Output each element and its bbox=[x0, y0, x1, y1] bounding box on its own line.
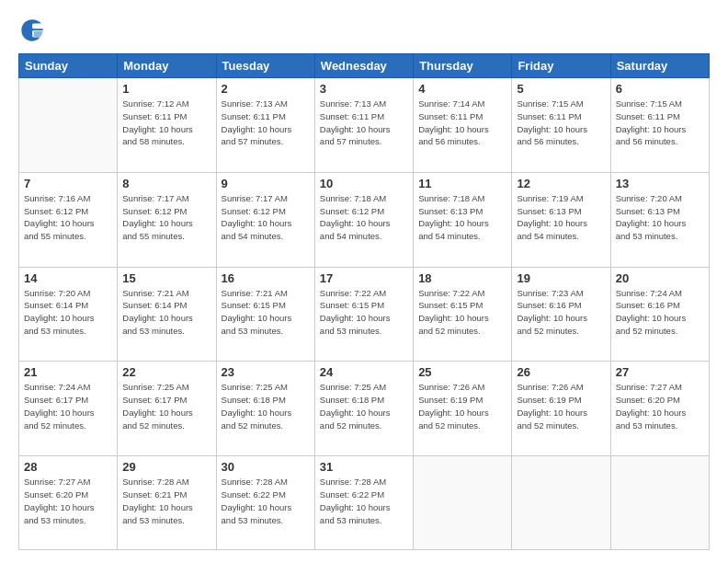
calendar-cell: 11Sunrise: 7:18 AMSunset: 6:13 PMDayligh… bbox=[414, 172, 512, 267]
day-info: Sunrise: 7:16 AMSunset: 6:12 PMDaylight:… bbox=[24, 192, 112, 243]
day-info: Sunrise: 7:22 AMSunset: 6:15 PMDaylight:… bbox=[320, 287, 408, 338]
calendar-cell: 12Sunrise: 7:19 AMSunset: 6:13 PMDayligh… bbox=[512, 172, 610, 267]
day-info: Sunrise: 7:18 AMSunset: 6:12 PMDaylight:… bbox=[320, 192, 408, 243]
day-number: 5 bbox=[517, 82, 605, 96]
header bbox=[18, 17, 710, 44]
calendar-week-row: 7Sunrise: 7:16 AMSunset: 6:12 PMDaylight… bbox=[19, 172, 710, 267]
calendar-cell: 21Sunrise: 7:24 AMSunset: 6:17 PMDayligh… bbox=[19, 362, 118, 456]
calendar-cell: 18Sunrise: 7:22 AMSunset: 6:15 PMDayligh… bbox=[414, 267, 512, 362]
calendar-week-row: 14Sunrise: 7:20 AMSunset: 6:14 PMDayligh… bbox=[19, 267, 710, 362]
calendar-cell: 26Sunrise: 7:26 AMSunset: 6:19 PMDayligh… bbox=[512, 362, 610, 456]
calendar-cell: 23Sunrise: 7:25 AMSunset: 6:18 PMDayligh… bbox=[216, 362, 314, 456]
day-info: Sunrise: 7:22 AMSunset: 6:15 PMDaylight:… bbox=[418, 287, 506, 338]
calendar-header-tuesday: Tuesday bbox=[216, 54, 314, 78]
day-number: 29 bbox=[122, 460, 210, 474]
day-number: 11 bbox=[418, 177, 506, 190]
day-info: Sunrise: 7:14 AMSunset: 6:11 PMDaylight:… bbox=[418, 98, 506, 148]
day-info: Sunrise: 7:27 AMSunset: 6:20 PMDaylight:… bbox=[24, 476, 112, 526]
calendar-cell: 5Sunrise: 7:15 AMSunset: 6:11 PMDaylight… bbox=[512, 78, 610, 173]
day-number: 25 bbox=[418, 365, 506, 379]
day-info: Sunrise: 7:12 AMSunset: 6:11 PMDaylight:… bbox=[122, 98, 210, 148]
day-info: Sunrise: 7:28 AMSunset: 6:22 PMDaylight:… bbox=[222, 476, 310, 526]
day-number: 18 bbox=[418, 271, 506, 285]
calendar-cell: 2Sunrise: 7:13 AMSunset: 6:11 PMDaylight… bbox=[216, 78, 314, 173]
day-info: Sunrise: 7:13 AMSunset: 6:11 PMDaylight:… bbox=[320, 98, 408, 148]
calendar-header-monday: Monday bbox=[118, 54, 216, 78]
logo-icon bbox=[18, 17, 46, 44]
day-number: 7 bbox=[24, 177, 112, 190]
day-info: Sunrise: 7:24 AMSunset: 6:17 PMDaylight:… bbox=[24, 381, 112, 431]
calendar-week-row: 1Sunrise: 7:12 AMSunset: 6:11 PMDaylight… bbox=[19, 78, 710, 173]
day-info: Sunrise: 7:18 AMSunset: 6:13 PMDaylight:… bbox=[418, 192, 506, 243]
day-number: 26 bbox=[517, 365, 605, 379]
day-number: 28 bbox=[24, 460, 112, 474]
day-info: Sunrise: 7:21 AMSunset: 6:14 PMDaylight:… bbox=[122, 287, 210, 338]
calendar-cell: 17Sunrise: 7:22 AMSunset: 6:15 PMDayligh… bbox=[314, 267, 413, 362]
day-info: Sunrise: 7:25 AMSunset: 6:18 PMDaylight:… bbox=[320, 381, 408, 431]
calendar-cell bbox=[512, 456, 610, 550]
day-number: 21 bbox=[24, 365, 112, 379]
day-info: Sunrise: 7:20 AMSunset: 6:14 PMDaylight:… bbox=[24, 287, 112, 338]
day-info: Sunrise: 7:20 AMSunset: 6:13 PMDaylight:… bbox=[616, 192, 704, 243]
day-number: 2 bbox=[222, 82, 310, 96]
calendar-cell: 19Sunrise: 7:23 AMSunset: 6:16 PMDayligh… bbox=[512, 267, 610, 362]
day-number: 14 bbox=[24, 271, 112, 285]
day-info: Sunrise: 7:26 AMSunset: 6:19 PMDaylight:… bbox=[418, 381, 506, 431]
calendar-cell: 13Sunrise: 7:20 AMSunset: 6:13 PMDayligh… bbox=[610, 172, 709, 267]
calendar-cell: 30Sunrise: 7:28 AMSunset: 6:22 PMDayligh… bbox=[216, 456, 314, 550]
day-info: Sunrise: 7:28 AMSunset: 6:21 PMDaylight:… bbox=[122, 476, 210, 526]
calendar-cell: 16Sunrise: 7:21 AMSunset: 6:15 PMDayligh… bbox=[216, 267, 314, 362]
day-number: 9 bbox=[222, 177, 310, 190]
calendar-cell: 15Sunrise: 7:21 AMSunset: 6:14 PMDayligh… bbox=[118, 267, 216, 362]
calendar-header-row: SundayMondayTuesdayWednesdayThursdayFrid… bbox=[19, 54, 710, 78]
day-number: 8 bbox=[122, 177, 210, 190]
day-number: 17 bbox=[320, 271, 408, 285]
day-number: 31 bbox=[320, 460, 408, 474]
day-info: Sunrise: 7:15 AMSunset: 6:11 PMDaylight:… bbox=[517, 98, 605, 148]
calendar-cell: 10Sunrise: 7:18 AMSunset: 6:12 PMDayligh… bbox=[314, 172, 413, 267]
day-number: 24 bbox=[320, 365, 408, 379]
day-number: 6 bbox=[616, 82, 704, 96]
calendar-cell: 31Sunrise: 7:28 AMSunset: 6:22 PMDayligh… bbox=[314, 456, 413, 550]
day-info: Sunrise: 7:24 AMSunset: 6:16 PMDaylight:… bbox=[616, 287, 704, 338]
day-info: Sunrise: 7:17 AMSunset: 6:12 PMDaylight:… bbox=[222, 192, 310, 243]
calendar-cell: 22Sunrise: 7:25 AMSunset: 6:17 PMDayligh… bbox=[118, 362, 216, 456]
calendar-header-sunday: Sunday bbox=[19, 54, 118, 78]
day-number: 10 bbox=[320, 177, 408, 190]
day-number: 23 bbox=[222, 365, 310, 379]
calendar-cell: 1Sunrise: 7:12 AMSunset: 6:11 PMDaylight… bbox=[118, 78, 216, 173]
calendar-cell: 4Sunrise: 7:14 AMSunset: 6:11 PMDaylight… bbox=[414, 78, 512, 173]
day-number: 16 bbox=[222, 271, 310, 285]
day-info: Sunrise: 7:25 AMSunset: 6:18 PMDaylight:… bbox=[222, 381, 310, 431]
calendar-cell: 6Sunrise: 7:15 AMSunset: 6:11 PMDaylight… bbox=[610, 78, 709, 173]
calendar-header-saturday: Saturday bbox=[610, 54, 709, 78]
day-number: 20 bbox=[616, 271, 704, 285]
calendar-cell: 8Sunrise: 7:17 AMSunset: 6:12 PMDaylight… bbox=[118, 172, 216, 267]
calendar-cell: 29Sunrise: 7:28 AMSunset: 6:21 PMDayligh… bbox=[118, 456, 216, 550]
day-number: 1 bbox=[122, 82, 210, 96]
day-number: 12 bbox=[517, 177, 605, 190]
calendar-week-row: 21Sunrise: 7:24 AMSunset: 6:17 PMDayligh… bbox=[19, 362, 710, 456]
day-number: 13 bbox=[616, 177, 704, 190]
day-info: Sunrise: 7:25 AMSunset: 6:17 PMDaylight:… bbox=[122, 381, 210, 431]
calendar-cell: 20Sunrise: 7:24 AMSunset: 6:16 PMDayligh… bbox=[610, 267, 709, 362]
calendar-cell bbox=[610, 456, 709, 550]
calendar-cell: 9Sunrise: 7:17 AMSunset: 6:12 PMDaylight… bbox=[216, 172, 314, 267]
day-number: 15 bbox=[122, 271, 210, 285]
calendar-table: SundayMondayTuesdayWednesdayThursdayFrid… bbox=[18, 53, 710, 550]
calendar-cell: 14Sunrise: 7:20 AMSunset: 6:14 PMDayligh… bbox=[19, 267, 118, 362]
calendar-cell: 25Sunrise: 7:26 AMSunset: 6:19 PMDayligh… bbox=[414, 362, 512, 456]
logo bbox=[18, 17, 50, 44]
calendar-cell: 28Sunrise: 7:27 AMSunset: 6:20 PMDayligh… bbox=[19, 456, 118, 550]
day-info: Sunrise: 7:19 AMSunset: 6:13 PMDaylight:… bbox=[517, 192, 605, 243]
day-info: Sunrise: 7:13 AMSunset: 6:11 PMDaylight:… bbox=[222, 98, 310, 148]
day-info: Sunrise: 7:15 AMSunset: 6:11 PMDaylight:… bbox=[616, 98, 704, 148]
day-info: Sunrise: 7:28 AMSunset: 6:22 PMDaylight:… bbox=[320, 476, 408, 526]
day-number: 22 bbox=[122, 365, 210, 379]
calendar-cell: 24Sunrise: 7:25 AMSunset: 6:18 PMDayligh… bbox=[314, 362, 413, 456]
calendar-header-wednesday: Wednesday bbox=[314, 54, 413, 78]
day-info: Sunrise: 7:27 AMSunset: 6:20 PMDaylight:… bbox=[616, 381, 704, 431]
calendar-cell: 3Sunrise: 7:13 AMSunset: 6:11 PMDaylight… bbox=[314, 78, 413, 173]
calendar-cell: 7Sunrise: 7:16 AMSunset: 6:12 PMDaylight… bbox=[19, 172, 118, 267]
calendar-cell bbox=[19, 78, 118, 173]
